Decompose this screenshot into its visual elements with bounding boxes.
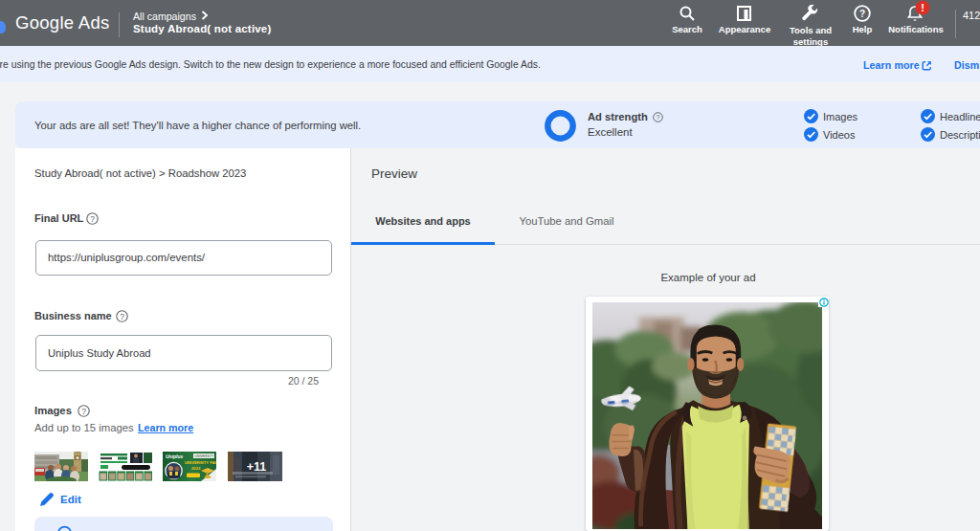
svg-text:Uniplus: Uniplus bbox=[166, 454, 184, 459]
svg-text:2023: 2023 bbox=[191, 466, 201, 471]
svg-text:!: ! bbox=[921, 2, 924, 13]
svg-text:UNIVERSITY FAIR: UNIVERSITY FAIR bbox=[185, 460, 216, 465]
svg-text:?: ? bbox=[90, 214, 95, 224]
svg-text:?: ? bbox=[81, 407, 86, 416]
svg-text:?: ? bbox=[657, 114, 660, 121]
svg-text:?: ? bbox=[120, 312, 124, 321]
svg-text:+11: +11 bbox=[247, 460, 267, 474]
svg-text:?: ? bbox=[859, 9, 865, 19]
svg-text:UNIVERSITY: UNIVERSITY bbox=[195, 454, 215, 458]
